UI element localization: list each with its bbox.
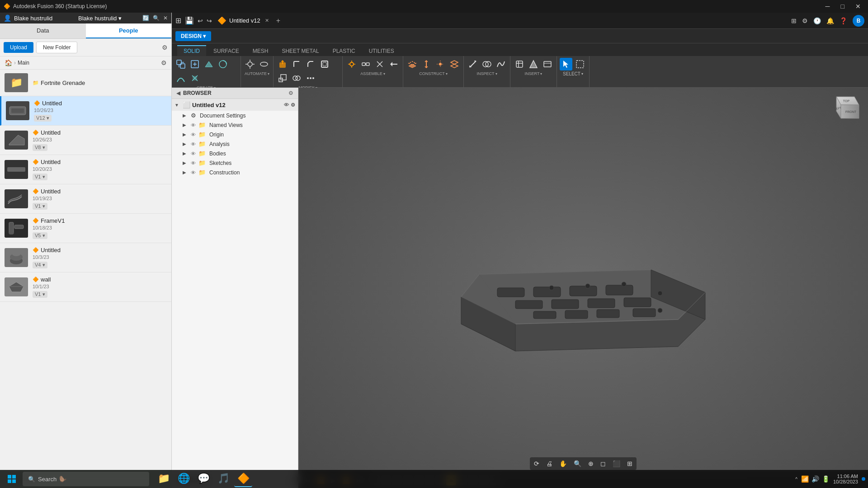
- chamfer-icon[interactable]: [304, 58, 317, 70]
- measure-icon[interactable]: [467, 58, 479, 70]
- browser-item-analysis[interactable]: ▶ 👁 📁 Analysis: [172, 139, 298, 149]
- breadcrumb-main[interactable]: Main: [18, 60, 29, 66]
- new-tab-icon[interactable]: +: [276, 17, 280, 25]
- system-tray-chevron[interactable]: ^: [795, 477, 797, 482]
- insert-derive-icon[interactable]: [513, 58, 526, 70]
- browser-item-doc-settings[interactable]: ▶ ⚙ Document Settings: [172, 111, 298, 120]
- close-panel-icon[interactable]: ✕: [163, 15, 168, 21]
- list-item[interactable]: 📁 📁 Fortnite Grenade: [0, 70, 171, 96]
- automate-icon[interactable]: [244, 58, 256, 70]
- browser-item-named-views[interactable]: ▶ 👁 📁 Named Views: [172, 120, 298, 130]
- print-icon[interactable]: 🖨: [543, 459, 555, 469]
- press-pull-icon[interactable]: [276, 58, 289, 70]
- zoom-fit-icon[interactable]: ⊕: [585, 459, 596, 469]
- list-item[interactable]: 🔶 Untitled 10/3/23 V4: [0, 243, 171, 272]
- list-item[interactable]: 🔶 wall 10/1/23 V1: [0, 272, 171, 302]
- taskbar-search[interactable]: 🔍 Search 🦫: [23, 472, 149, 486]
- select-box-icon[interactable]: [574, 58, 586, 70]
- refresh-icon[interactable]: 🔄: [142, 15, 149, 21]
- modify-more-icon[interactable]: [304, 72, 317, 84]
- inspect-label[interactable]: INSPECT: [467, 71, 507, 76]
- fillet-icon[interactable]: [290, 58, 303, 70]
- display-settings-icon[interactable]: ◻: [598, 459, 609, 469]
- file-version[interactable]: V5: [33, 232, 47, 239]
- pan-icon[interactable]: ✋: [557, 459, 570, 469]
- sweep-icon[interactable]: [175, 72, 187, 84]
- undo-icon[interactable]: ↩: [198, 17, 203, 24]
- assemble-label[interactable]: ASSEMBLE: [345, 71, 400, 76]
- list-item[interactable]: 🔶 Untitled 10/19/23 V1: [0, 184, 171, 214]
- offset-axis-icon[interactable]: [420, 58, 433, 70]
- motion-study-icon[interactable]: [387, 58, 400, 70]
- taskbar-app-fusion[interactable]: 🔶: [234, 471, 252, 487]
- new-folder-button[interactable]: New Folder: [36, 42, 77, 53]
- redo-icon[interactable]: ↪: [207, 17, 212, 24]
- decal-icon[interactable]: [527, 58, 540, 70]
- curvature-icon[interactable]: [495, 58, 507, 70]
- collapse-browser-icon[interactable]: ◀: [176, 90, 180, 96]
- joint-icon[interactable]: [345, 58, 358, 70]
- clock-icon[interactable]: 🕐: [813, 17, 821, 24]
- tab-utilities[interactable]: UTILITIES: [363, 45, 401, 56]
- tab-close-icon[interactable]: ✕: [265, 18, 269, 23]
- file-version[interactable]: V4: [33, 262, 47, 268]
- taskbar-app-explorer[interactable]: 📁: [155, 471, 173, 487]
- file-version[interactable]: V1: [33, 174, 47, 180]
- taskbar-app-spotify[interactable]: 🎵: [214, 471, 232, 487]
- search-icon[interactable]: 🔍: [153, 15, 160, 21]
- midplane-icon[interactable]: [448, 58, 461, 70]
- file-version[interactable]: V12: [34, 115, 52, 122]
- list-item[interactable]: 🔶 Untitled 10/26/23 V12: [0, 96, 171, 126]
- view-mode-icon[interactable]: ⬛: [610, 459, 623, 469]
- file-version[interactable]: V1: [33, 291, 47, 298]
- list-item[interactable]: 🔶 Untitled 10/26/23 V8: [0, 126, 171, 155]
- tab-sheet-metal[interactable]: SHEET METAL: [275, 45, 325, 56]
- list-item[interactable]: 🔶 Untitled 10/20/23 V1: [0, 155, 171, 184]
- orbit-icon[interactable]: ⟳: [531, 459, 542, 469]
- browser-item-bodies[interactable]: ▶ 👁 📁 Bodies: [172, 149, 298, 158]
- tab-mesh[interactable]: MESH: [246, 45, 275, 56]
- tab-plastic[interactable]: PLASTIC: [326, 45, 362, 56]
- notification-icon[interactable]: 🔔: [826, 17, 834, 24]
- tab-people[interactable]: People: [86, 23, 172, 38]
- grid-icon[interactable]: ⊞: [175, 16, 181, 25]
- grid-display-icon[interactable]: ⊞: [624, 459, 635, 469]
- drive-icon[interactable]: [373, 58, 386, 70]
- volume-icon[interactable]: 🔊: [811, 475, 819, 483]
- browser-root-item[interactable]: ▼ ⬜ Untitled v12 👁 ⚙: [172, 99, 298, 111]
- offset-plane-icon[interactable]: [406, 58, 419, 70]
- extrude-icon[interactable]: [203, 58, 215, 70]
- design-button[interactable]: DESIGN: [175, 31, 211, 41]
- tab-data[interactable]: Data: [0, 23, 86, 38]
- zoom-icon[interactable]: 🔍: [571, 459, 584, 469]
- save-icon[interactable]: 💾: [185, 16, 194, 25]
- viewport[interactable]: TOP LEFT FRONT ⟳ 🖨 ✋ 🔍 ⊕ ◻ ⬛ ⊞: [298, 88, 868, 488]
- automate2-icon[interactable]: [258, 58, 270, 70]
- rigid-group-icon[interactable]: [359, 58, 372, 70]
- create-sketch-icon[interactable]: [189, 58, 201, 70]
- file-version[interactable]: V8: [33, 144, 47, 151]
- taskbar-time[interactable]: 11:06 AM 10/28/2023: [833, 474, 858, 484]
- home-icon[interactable]: 🏠: [5, 59, 12, 66]
- file-version[interactable]: V1: [33, 203, 47, 210]
- loft-icon[interactable]: [189, 72, 201, 84]
- browser-settings-icon[interactable]: ⚙: [288, 90, 293, 96]
- extensions-icon[interactable]: ⊞: [791, 17, 797, 24]
- root-settings-icon[interactable]: ⚙: [291, 102, 295, 108]
- settings-button[interactable]: ⚙: [162, 44, 168, 51]
- browser-item-sketches[interactable]: ▶ 👁 📁 Sketches: [172, 158, 298, 168]
- help-icon[interactable]: ❓: [840, 17, 847, 24]
- insert-label[interactable]: INSERT: [513, 71, 554, 76]
- list-item[interactable]: 🔶 FrameV1 10/18/23 V5: [0, 214, 171, 243]
- select-icon[interactable]: [560, 58, 572, 70]
- tab-surface[interactable]: SURFACE: [207, 45, 245, 56]
- close-button[interactable]: ✕: [852, 2, 864, 11]
- settings-icon[interactable]: ⚙: [802, 17, 808, 24]
- minimize-button[interactable]: ─: [822, 2, 834, 11]
- battery-icon[interactable]: 🔋: [822, 475, 830, 483]
- browser-item-origin[interactable]: ▶ 👁 📁 Origin: [172, 130, 298, 139]
- breadcrumb-settings-icon[interactable]: ⚙: [161, 59, 167, 66]
- new-component-icon[interactable]: [175, 58, 187, 70]
- canvas-icon[interactable]: [541, 58, 554, 70]
- automate-label[interactable]: AUTOMATE: [244, 71, 270, 76]
